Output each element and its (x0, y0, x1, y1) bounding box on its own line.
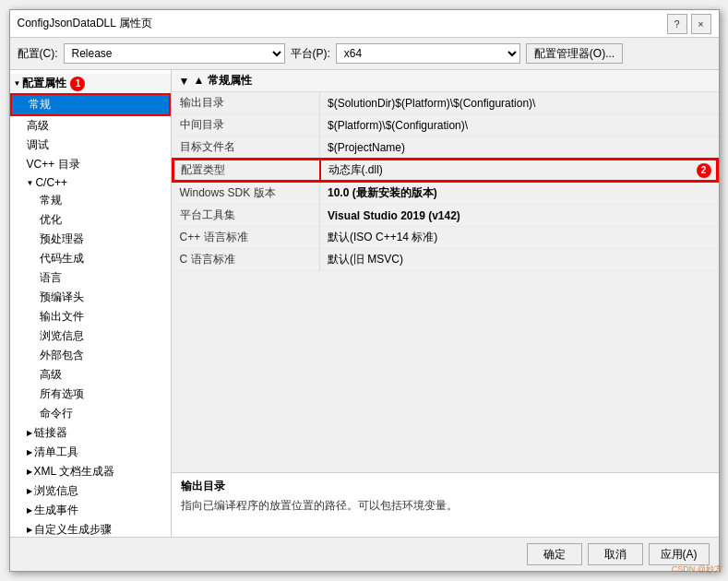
tree-item-external[interactable]: 外部包含 (10, 346, 171, 365)
build-events-arrow: ▶ (27, 506, 32, 515)
prop-value-target-name: $(ProjectName) (320, 136, 718, 160)
tree-item-output-files[interactable]: 输出文件 (10, 307, 171, 326)
optimize-label: 优化 (40, 212, 62, 228)
platform-label: 平台(P): (291, 46, 330, 62)
tree-item-precompile[interactable]: 预编译头 (10, 288, 171, 307)
build-events-label: 生成事件 (34, 503, 78, 518)
prop-label-intermediate-dir: 中间目录 (173, 114, 320, 136)
left-panel: ▼ 配置属性 1 常规 高级 调试 VC++ 目录 ▼ C/C++ (10, 70, 172, 537)
prop-label-config-type: 配置类型 (173, 159, 320, 182)
cpp-advanced-label: 高级 (40, 367, 62, 383)
browse-arrow: ▶ (27, 487, 32, 495)
tree-item-optimize[interactable]: 优化 (10, 210, 171, 230)
tree-item-browse-info[interactable]: 浏览信息 (10, 326, 171, 346)
props-section-header: ▼ ▲ 常规属性 (172, 70, 719, 92)
advanced-label: 高级 (27, 118, 49, 134)
tree-item-language[interactable]: 语言 (10, 268, 171, 288)
apply-button[interactable]: 应用(A) (649, 543, 710, 565)
main-content: ▼ 配置属性 1 常规 高级 调试 VC++ 目录 ▼ C/C++ (10, 70, 719, 537)
linker-arrow: ▶ (27, 429, 32, 437)
table-row[interactable]: 输出目录 $(SolutionDir)$(Platform)\$(Configu… (173, 92, 718, 114)
prop-label-output-dir: 输出目录 (173, 92, 320, 114)
help-button[interactable]: ? (667, 14, 687, 34)
config-manager-button[interactable]: 配置管理器(O)... (526, 43, 623, 64)
manifest-label: 清单工具 (34, 445, 78, 460)
ok-button[interactable]: 确定 (527, 543, 582, 565)
badge-1: 1 (70, 77, 85, 91)
tree-item-cpp-advanced[interactable]: 高级 (10, 365, 171, 385)
prop-value-platform-toolset: Visual Studio 2019 (v142) (320, 205, 718, 227)
config-props-label: 配置属性 (22, 76, 66, 91)
table-row[interactable]: C++ 语言标准 默认(ISO C++14 标准) (173, 227, 718, 249)
tree-item-browse[interactable]: ▶ 浏览信息 (10, 481, 171, 501)
prop-value-cpp-standard: 默认(ISO C++14 标准) (320, 227, 718, 249)
config-props-header[interactable]: ▼ 配置属性 1 (10, 74, 171, 93)
description-text: 指向已编译程序的放置位置的路径。可以包括环境变量。 (181, 497, 710, 514)
table-row[interactable]: Windows SDK 版本 10.0 (最新安装的版本) (173, 182, 718, 205)
precompile-label: 预编译头 (40, 290, 84, 305)
title-bar: ConfigJsonDataDLL 属性页 ? × (10, 10, 719, 38)
all-options-label: 所有选项 (40, 386, 84, 402)
c-cpp-label: C/C++ (35, 176, 67, 189)
codegen-label: 代码生成 (40, 251, 84, 267)
description-area: 输出目录 指向已编译程序的放置位置的路径。可以包括环境变量。 (172, 472, 719, 537)
output-files-label: 输出文件 (40, 309, 84, 325)
manifest-arrow: ▶ (27, 448, 32, 456)
general-label: 常规 (29, 97, 51, 113)
dialog-title: ConfigJsonDataDLL 属性页 (18, 16, 152, 31)
badge-2: 2 (697, 163, 711, 178)
section-expand-arrow: ▼ (179, 75, 190, 88)
prop-value-output-dir: $(SolutionDir)$(Platform)\$(Configuratio… (320, 92, 718, 114)
title-controls: ? × (667, 14, 711, 34)
tree-item-codegen[interactable]: 代码生成 (10, 249, 171, 268)
table-row-config-type[interactable]: 配置类型 动态库(.dll) 2 (173, 159, 718, 182)
prop-value-c-standard: 默认(旧 MSVC) (320, 249, 718, 271)
tree-item-c-cpp[interactable]: ▼ C/C++ (10, 174, 171, 191)
preprocessor-label: 预处理器 (40, 231, 84, 247)
section-title: ▲ 常规属性 (193, 73, 251, 89)
expand-arrow: ▼ (14, 79, 21, 88)
prop-label-platform-toolset: 平台工具集 (173, 205, 320, 227)
tree-item-xml-docgen[interactable]: ▶ XML 文档生成器 (10, 462, 171, 481)
prop-label-windows-sdk: Windows SDK 版本 (173, 182, 320, 205)
tree-item-linker[interactable]: ▶ 链接器 (10, 423, 171, 443)
xml-docgen-label: XML 文档生成器 (34, 464, 115, 480)
cmdline-label: 命令行 (40, 406, 73, 421)
watermark: CSDN @妙方 (672, 563, 722, 575)
xmldoc-arrow: ▶ (27, 468, 32, 476)
tree-item-cmdline[interactable]: 命令行 (10, 404, 171, 423)
tree-item-manifest[interactable]: ▶ 清单工具 (10, 443, 171, 462)
bottom-bar: 确定 取消 应用(A) (10, 537, 719, 571)
tree-item-preprocessor[interactable]: 预处理器 (10, 230, 171, 249)
table-row[interactable]: C 语言标准 默认(旧 MSVC) (173, 249, 718, 271)
tree-item-advanced[interactable]: 高级 (10, 116, 171, 136)
description-title: 输出目录 (181, 479, 710, 494)
custom-build-arrow: ▶ (27, 526, 32, 534)
debug-label: 调试 (27, 137, 49, 153)
prop-value-config-type: 动态库(.dll) 2 (320, 159, 718, 182)
cpp-general-label: 常规 (40, 193, 62, 208)
tree-item-custom-build[interactable]: ▶ 自定义生成步骤 (10, 520, 171, 537)
table-row[interactable]: 目标文件名 $(ProjectName) (173, 136, 718, 160)
linker-label: 链接器 (34, 425, 67, 441)
prop-label-cpp-standard: C++ 语言标准 (173, 227, 320, 249)
config-select[interactable]: Release (64, 43, 285, 64)
table-row[interactable]: 平台工具集 Visual Studio 2019 (v142) (173, 205, 718, 227)
tree-item-vcpp-dirs[interactable]: VC++ 目录 (10, 155, 171, 174)
tree-item-general[interactable]: 常规 (10, 93, 171, 116)
tree-item-debug[interactable]: 调试 (10, 136, 171, 155)
close-button[interactable]: × (691, 14, 711, 34)
config-label: 配置(C): (18, 46, 58, 62)
cancel-button[interactable]: 取消 (588, 543, 643, 565)
cpp-expand-arrow: ▼ (27, 179, 34, 187)
tree-item-cpp-general[interactable]: 常规 (10, 191, 171, 210)
platform-select[interactable]: x64 (336, 43, 520, 64)
tree-item-build-events[interactable]: ▶ 生成事件 (10, 501, 171, 520)
external-label: 外部包含 (40, 348, 84, 363)
custom-build-label: 自定义生成步骤 (34, 522, 112, 537)
browse-label: 浏览信息 (34, 483, 78, 499)
tree-item-all-options[interactable]: 所有选项 (10, 385, 171, 404)
toolbar-row: 配置(C): Release 平台(P): x64 配置管理器(O)... (10, 38, 719, 70)
prop-value-windows-sdk: 10.0 (最新安装的版本) (320, 182, 718, 205)
table-row[interactable]: 中间目录 $(Platform)\$(Configuration)\ (173, 114, 718, 136)
